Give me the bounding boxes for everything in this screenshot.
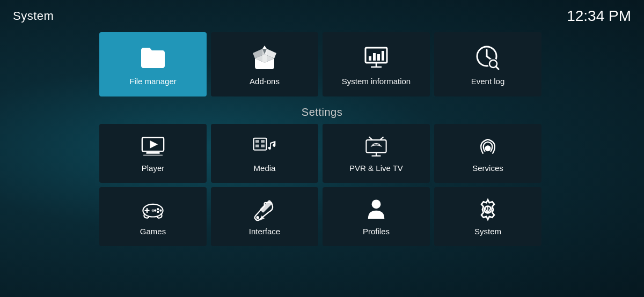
addons-icon — [251, 43, 279, 71]
svg-rect-19 — [255, 140, 259, 143]
svg-point-28 — [485, 145, 491, 151]
svg-rect-23 — [366, 140, 386, 153]
system-settings-icon — [476, 198, 500, 221]
svg-rect-5 — [373, 53, 376, 61]
header: System 12:34 PM — [0, 0, 644, 30]
tile-system-information-label: System information — [342, 77, 411, 86]
player-icon — [141, 135, 165, 158]
svg-rect-0 — [262, 49, 267, 63]
tile-services[interactable]: Services — [434, 124, 541, 183]
tile-add-ons-label: Add-ons — [250, 77, 280, 86]
top-tiles-row: File manager Add-ons Syste — [0, 32, 644, 96]
tile-system-information[interactable]: System information — [323, 32, 430, 96]
svg-point-40 — [372, 199, 381, 209]
settings-row-1: Player Media — [99, 124, 545, 183]
games-icon — [141, 198, 165, 221]
tile-event-log-label: Event log — [471, 77, 505, 86]
page-title: System — [13, 9, 54, 23]
svg-point-32 — [157, 208, 159, 210]
svg-rect-4 — [369, 56, 371, 61]
svg-line-10 — [487, 56, 491, 60]
interface-icon — [253, 198, 276, 221]
settings-row-2: Games Interface Profiles — [99, 187, 545, 246]
pvr-icon — [364, 135, 388, 158]
tile-services-label: Services — [472, 164, 503, 173]
services-icon — [476, 135, 500, 158]
tile-media[interactable]: Media — [211, 124, 318, 183]
svg-rect-16 — [146, 152, 160, 154]
event-log-icon — [474, 43, 502, 71]
svg-marker-15 — [150, 140, 158, 148]
tile-player[interactable]: Player — [99, 124, 207, 183]
tile-event-log[interactable]: Event log — [434, 32, 541, 96]
tile-profiles-label: Profiles — [363, 227, 390, 236]
svg-point-33 — [159, 209, 162, 211]
tile-games-label: Games — [140, 227, 166, 236]
tile-system-settings[interactable]: System — [434, 187, 541, 246]
tile-file-manager[interactable]: File manager — [99, 32, 207, 96]
svg-point-34 — [157, 211, 159, 213]
settings-heading: Settings — [0, 106, 644, 118]
tile-player-label: Player — [142, 164, 165, 173]
tile-profiles[interactable]: Profiles — [323, 187, 430, 246]
media-icon — [253, 135, 276, 158]
tile-games[interactable]: Games — [99, 187, 207, 246]
tile-interface-label: Interface — [249, 227, 280, 236]
tile-system-settings-label: System — [474, 227, 501, 236]
tile-file-manager-label: File manager — [129, 77, 177, 86]
svg-rect-17 — [143, 154, 163, 155]
tile-add-ons[interactable]: Add-ons — [211, 32, 318, 96]
svg-rect-6 — [377, 54, 380, 61]
svg-line-13 — [496, 66, 499, 69]
svg-point-35 — [154, 209, 156, 211]
clock: 12:34 PM — [567, 8, 631, 25]
svg-rect-20 — [261, 140, 265, 143]
svg-rect-7 — [382, 51, 384, 61]
svg-rect-21 — [255, 144, 259, 147]
tile-interface[interactable]: Interface — [211, 187, 318, 246]
svg-point-39 — [256, 216, 259, 219]
system-info-icon — [362, 43, 390, 71]
tile-pvr-live-tv[interactable]: PVR & Live TV — [323, 124, 430, 183]
svg-rect-22 — [261, 144, 265, 147]
tile-media-label: Media — [254, 164, 276, 173]
settings-grid: Player Media — [0, 124, 644, 246]
folder-icon — [139, 43, 167, 71]
tile-pvr-live-tv-label: PVR & Live TV — [349, 164, 403, 173]
svg-rect-18 — [254, 138, 267, 150]
profiles-icon — [364, 198, 388, 221]
svg-point-36 — [151, 209, 154, 212]
